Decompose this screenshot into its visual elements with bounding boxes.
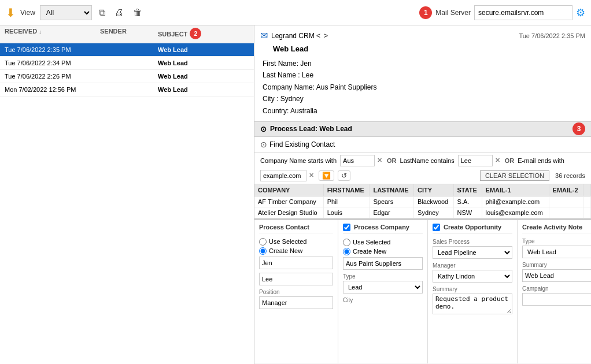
view-select[interactable]: All bbox=[40, 5, 92, 20]
main-content: RECEIVED ↓ SENDER SUBJECT 2 Tue 7/06/202… bbox=[0, 25, 591, 364]
company-use-selected-radio[interactable] bbox=[343, 239, 350, 246]
delete-icon-btn[interactable]: 🗑 bbox=[131, 6, 145, 19]
use-selected-radio[interactable] bbox=[259, 238, 267, 246]
create-new-radio-row[interactable]: Create New bbox=[259, 247, 333, 255]
create-opportunity-header: Create Opportunity bbox=[433, 224, 512, 234]
copy-icon-btn[interactable]: ⧉ bbox=[97, 6, 108, 19]
td-city: Sydney bbox=[414, 207, 453, 218]
company-create-new-row[interactable]: Create New bbox=[343, 248, 423, 255]
filter-icon-btn[interactable]: 🔽 bbox=[319, 170, 334, 181]
email-row[interactable]: Tue 7/06/2022 2:34 PM Web Lead bbox=[0, 57, 254, 70]
email-list-header: RECEIVED ↓ SENDER SUBJECT 2 bbox=[0, 25, 254, 43]
company-create-new-radio[interactable] bbox=[343, 248, 350, 255]
activity-summary-input[interactable] bbox=[522, 269, 591, 282]
td-email2 bbox=[549, 196, 583, 207]
activity-type-select[interactable]: Web Lead bbox=[522, 246, 591, 258]
campaign-label: Campaign bbox=[522, 285, 591, 292]
td-company: Atelier Design Studio bbox=[254, 207, 323, 218]
expand-icon: ⊙ bbox=[260, 125, 267, 133]
email-date: Tue 7/06/2022 2:34 PM bbox=[5, 60, 100, 66]
email-filter-input[interactable] bbox=[260, 170, 306, 181]
company-name-group bbox=[343, 257, 423, 270]
lastname-filter-input[interactable] bbox=[458, 155, 493, 166]
position-input[interactable] bbox=[259, 296, 333, 309]
use-selected-radio-row[interactable]: Use Selected bbox=[259, 238, 333, 246]
activity-summary-group: Summary bbox=[522, 262, 591, 282]
td-email2 bbox=[549, 207, 583, 218]
email-from: ✉ Legrand CRM < > bbox=[260, 30, 328, 41]
create-new-radio[interactable] bbox=[259, 247, 267, 255]
print-icon-btn[interactable]: 🖨 bbox=[112, 6, 126, 19]
firstname-group bbox=[259, 257, 333, 269]
opp-summary-textarea[interactable]: Requested a product demo. bbox=[433, 294, 512, 314]
email-row[interactable]: Tue 7/06/2022 2:26 PM Web Lead bbox=[0, 70, 254, 83]
email-date: Tue 7/06/2022 2:35 PM bbox=[5, 46, 100, 53]
email-subject: Web Lead bbox=[158, 86, 249, 93]
opp-summary-group: Summary Requested a product demo. bbox=[433, 286, 512, 315]
email-detail: ✉ Legrand CRM < > Tue 7/06/2022 2:35 PM … bbox=[254, 25, 591, 122]
process-columns: Process Contact Use Selected Create New bbox=[254, 219, 591, 363]
contact-table-header-row: COMPANY FIRSTNAME LASTNAME CITY STATE EM… bbox=[254, 184, 591, 196]
company-filter-clear[interactable]: ✕ bbox=[376, 157, 383, 164]
create-new-label: Create New bbox=[269, 247, 302, 254]
activity-type-group: Type Web Lead bbox=[522, 238, 591, 258]
table-row[interactable]: Atelier Design Studio Louis Edgar Sydney… bbox=[254, 207, 591, 218]
lastname-filter-label: LastName contains bbox=[400, 157, 455, 164]
email-from-suffix: > bbox=[324, 32, 328, 40]
sales-process-label: Sales Process bbox=[433, 239, 512, 245]
email-subject: Web Lead bbox=[158, 60, 249, 66]
mail-server-input[interactable] bbox=[474, 5, 572, 20]
process-lead-header: ⊙ Process Lead: Web Lead 3 bbox=[254, 122, 591, 137]
company-city-label: City bbox=[343, 297, 423, 303]
create-opportunity-checkbox[interactable] bbox=[433, 224, 440, 231]
lastname-group bbox=[259, 273, 333, 285]
lastname-filter-clear[interactable]: ✕ bbox=[494, 157, 501, 164]
activity-type-label: Type bbox=[522, 238, 591, 244]
email-detail-date: Tue 7/06/2022 2:35 PM bbox=[519, 32, 585, 39]
company-type-label: Type bbox=[343, 273, 423, 280]
process-company-checkbox[interactable] bbox=[343, 224, 350, 231]
process-company-col: Process Company Use Selected Create New bbox=[338, 220, 428, 363]
email-row[interactable]: Mon 7/02/2022 12:56 PM Web Lead bbox=[0, 83, 254, 96]
col-sender-header: SENDER bbox=[100, 28, 158, 40]
th-company: COMPANY bbox=[254, 184, 323, 196]
email-filter-clear[interactable]: ✕ bbox=[308, 172, 315, 179]
use-selected-label: Use Selected bbox=[269, 238, 306, 245]
create-opportunity-label: Create Opportunity bbox=[444, 224, 501, 231]
email-date: Tue 7/06/2022 2:26 PM bbox=[5, 73, 100, 80]
badge-1: 1 bbox=[419, 6, 432, 19]
email-filter-label: E-mail ends with bbox=[518, 157, 564, 164]
gear-icon-btn[interactable]: ⚙ bbox=[576, 6, 585, 19]
email-row[interactable]: Tue 7/06/2022 2:35 PM Web Lead bbox=[0, 43, 254, 57]
td-action bbox=[583, 196, 590, 207]
records-count: 36 records bbox=[555, 172, 585, 179]
td-email1: phil@example.com bbox=[482, 196, 549, 207]
company-type-group: Type Lead bbox=[343, 273, 423, 294]
process-company-label: Process Company bbox=[354, 224, 409, 231]
company-filter-label: Company Name starts with bbox=[260, 157, 337, 164]
main-toolbar: ⬇ View All ⧉ 🖨 🗑 1 Mail Server ⚙ bbox=[0, 0, 591, 25]
company-type-select[interactable]: Lead bbox=[343, 281, 423, 294]
company-city-group: City bbox=[343, 297, 423, 303]
find-existing-contact-row[interactable]: ⊙ Find Existing Contact bbox=[254, 137, 591, 153]
company-name-input[interactable] bbox=[343, 257, 423, 270]
create-opportunity-col: Create Opportunity Sales Process Lead Pi… bbox=[428, 220, 518, 363]
email-subject: Web Lead bbox=[158, 73, 249, 80]
process-contact-header: Process Contact bbox=[259, 224, 333, 233]
th-email1: EMAIL-1 bbox=[482, 184, 549, 196]
table-row[interactable]: AF Timber Company Phil Spears Blackwood … bbox=[254, 196, 591, 207]
td-city: Blackwood bbox=[414, 196, 453, 207]
manager-select[interactable]: Kathy Lindon bbox=[433, 270, 512, 283]
email-list-panel: RECEIVED ↓ SENDER SUBJECT 2 Tue 7/06/202… bbox=[0, 25, 254, 364]
email-subject: Web Lead bbox=[158, 46, 249, 53]
campaign-select[interactable] bbox=[522, 293, 591, 306]
company-use-selected-row[interactable]: Use Selected bbox=[343, 239, 423, 246]
th-lastname: LASTNAME bbox=[370, 184, 414, 196]
firstname-input[interactable] bbox=[259, 257, 333, 269]
sales-process-select[interactable]: Lead Pipeline bbox=[433, 246, 512, 259]
col-subject-header: SUBJECT 2 bbox=[158, 28, 249, 40]
company-filter-input[interactable] bbox=[340, 155, 375, 166]
reset-filter-btn[interactable]: ↺ bbox=[338, 170, 350, 181]
lastname-input[interactable] bbox=[259, 273, 333, 285]
clear-selection-button[interactable]: CLEAR SELECTION bbox=[480, 170, 549, 181]
